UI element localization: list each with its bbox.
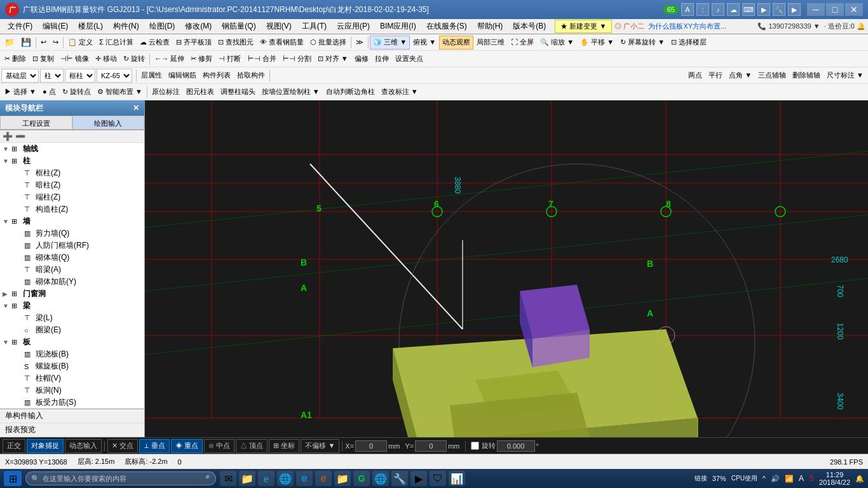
menu-edit[interactable]: 编辑(E) (37, 20, 73, 33)
tree-item-7[interactable]: ▥剪力墙(Q) (0, 227, 144, 240)
rotate-screen-button[interactable]: ↻ 屏幕旋转 ▼ (617, 36, 668, 50)
snap-object-button[interactable]: 对象捕捉 (27, 439, 64, 453)
title-icon-mic[interactable]: ♪ (712, 3, 724, 16)
menu-online[interactable]: 在线服务(S) (421, 20, 472, 33)
title-icon-arrow[interactable]: ▶ (788, 3, 801, 16)
define-button[interactable]: 📋 定义 (65, 36, 96, 50)
app-g[interactable]: G (353, 471, 370, 486)
menu-file[interactable]: 文件(F) (3, 20, 37, 33)
ortho-button[interactable]: 正交 (3, 439, 25, 453)
tree-item-19[interactable]: ⊤柱帽(V) (0, 372, 144, 384)
element-table-button[interactable]: 图元柱表 (183, 85, 217, 99)
menu-help[interactable]: 帮助(H) (472, 20, 508, 33)
drawing-input-button[interactable]: 绘图输入 (72, 116, 145, 130)
rotate-button[interactable]: ↻ 旋转 (120, 52, 148, 66)
add-btn-icon[interactable]: ➕ (3, 132, 13, 141)
help-link[interactable]: 为什么筏板XY方向布置... (648, 22, 726, 31)
top-view-button[interactable]: 俯视 ▼ (410, 36, 439, 50)
minimize-button[interactable]: ─ (807, 3, 825, 16)
batch-select-button[interactable]: ⬡ 批量选择 (307, 36, 349, 50)
auto-corner-button[interactable]: 自动判断边角柱 (323, 85, 378, 99)
type-select[interactable]: 柱 (40, 69, 64, 83)
draw-by-wall-button[interactable]: 按墙位置绘制柱 ▼ (259, 85, 323, 99)
coordinate-button[interactable]: ⊞ 坐标 (269, 439, 299, 453)
redo-button[interactable]: ↪ (50, 36, 62, 50)
move-button[interactable]: ✛ 移动 (92, 52, 120, 66)
guangxiao-link[interactable]: ◎ 广小二 (614, 22, 644, 31)
dim-anno-button[interactable]: 尺寸标注 ▼ (824, 69, 867, 83)
intersection-button[interactable]: ✕ 交点 (107, 439, 138, 453)
tree-item-18[interactable]: S螺旋板(B) (0, 360, 144, 372)
undo-button[interactable]: ↩ (37, 36, 50, 50)
menu-bim[interactable]: BIM应用(I) (375, 20, 421, 33)
no-offset-button[interactable]: 不偏移 ▼ (301, 439, 339, 453)
expand-sys-icon[interactable]: ^ (763, 475, 766, 482)
menu-rebar[interactable]: 钢筋量(Q) (217, 20, 261, 33)
tree-item-20[interactable]: ⊤板洞(N) (0, 384, 144, 396)
menu-draw[interactable]: 绘图(D) (144, 20, 180, 33)
mirror-button[interactable]: ⊣⊢ 镜像 (57, 52, 92, 66)
tree-item-12[interactable]: ▶⊞门窗洞 (0, 288, 144, 300)
select-floor-button[interactable]: ⊡ 选择楼层 (668, 36, 710, 50)
local-3d-button[interactable]: 局部三维 (473, 36, 508, 50)
tree-item-4[interactable]: ⊤端柱(Z) (0, 191, 144, 203)
search-bar[interactable]: 🔍 在这里输入你要搜索的内容 🎤 (25, 471, 216, 485)
floor-select[interactable]: 基础层 (1, 69, 39, 83)
app-files[interactable]: 📁 (334, 471, 351, 486)
tree-item-8[interactable]: ▥人防门框墙(RF) (0, 240, 144, 252)
y-input[interactable] (415, 440, 447, 452)
dynamic-view-button[interactable]: 动态观察 (439, 36, 473, 50)
app-shield[interactable]: 🛡 (430, 471, 446, 486)
stretch-button[interactable]: 拉伸 (372, 52, 392, 66)
subtype-select[interactable]: 框柱 (65, 69, 95, 83)
title-icon-play[interactable]: ▶ (757, 3, 770, 16)
lang-icon-cn[interactable]: S (809, 474, 814, 483)
app-mail[interactable]: ✉ (220, 471, 236, 486)
tree-item-10[interactable]: ⊤暗梁(A) (0, 264, 144, 276)
point-angle-button[interactable]: 点角 ▼ (726, 69, 755, 83)
wifi-icon[interactable]: 📶 (785, 475, 794, 483)
close-button[interactable]: ✕ (845, 3, 863, 16)
start-button[interactable]: ⊞ (4, 471, 22, 486)
dynamic-input-button[interactable]: 动态输入 (65, 439, 102, 453)
app-ie3[interactable]: e (315, 471, 332, 486)
lang-icon-en[interactable]: A (799, 474, 804, 483)
tree-item-0[interactable]: ▼⊞轴线 (0, 143, 144, 155)
menu-modify[interactable]: 修改(M) (180, 20, 217, 33)
vertex-button[interactable]: △ 顶点 (236, 439, 268, 453)
app-browser[interactable]: 🌐 (372, 471, 389, 486)
adjust-column-button[interactable]: 调整柱端头 (217, 85, 259, 99)
more-button[interactable]: ≫ (353, 36, 367, 50)
select-button[interactable]: ▶ 选择 ▼ (1, 85, 39, 99)
title-icon-a[interactable]: A (681, 3, 694, 16)
pick-element-button[interactable]: 拾取构件 (234, 69, 268, 83)
center-button[interactable]: ⊙ 中点 (204, 439, 234, 453)
minus-btn-icon[interactable]: ➖ (15, 132, 25, 141)
tree-item-9[interactable]: ▥砌体墙(Q) (0, 252, 144, 264)
extend-button[interactable]: ←→ 延伸 (151, 52, 187, 66)
title-icon-tool[interactable]: 🔧 (773, 3, 785, 16)
tree-item-3[interactable]: ⊤暗柱(Z) (0, 179, 144, 191)
project-settings-button[interactable]: 工程设置 (0, 116, 72, 130)
menu-tools[interactable]: 工具(T) (297, 20, 332, 33)
cloud-check-button[interactable]: ☁ 云检查 (137, 36, 173, 50)
single-element-button[interactable]: 单构件输入 (0, 409, 144, 423)
app-edge[interactable]: e (258, 471, 275, 486)
app-folder[interactable]: 📁 (239, 471, 255, 486)
report-preview-button[interactable]: 报表预览 (0, 423, 144, 437)
open-button[interactable]: 📁 (1, 36, 18, 50)
element-select[interactable]: KZ-65 (97, 69, 132, 83)
pan-button[interactable]: ✋ 平移 ▼ (577, 36, 617, 50)
app-play[interactable]: ▶ (410, 471, 427, 486)
menu-version[interactable]: 版本号(B) (508, 20, 551, 33)
break-button[interactable]: ⊣ 打断 (215, 52, 244, 66)
tree-item-6[interactable]: ▼⊞墙 (0, 215, 144, 227)
title-icon-colon[interactable]: : (696, 3, 709, 16)
tree-item-2[interactable]: ⊤框柱(Z) (0, 167, 144, 179)
x-input[interactable] (355, 440, 387, 452)
tree-item-17[interactable]: ▥现浇板(B) (0, 348, 144, 360)
perpendicular-button[interactable]: ⊥ 垂点 (139, 439, 170, 453)
tree-item-1[interactable]: ▼⊞柱 (0, 155, 144, 167)
tree-item-21[interactable]: ▥板受力筋(S) (0, 396, 144, 409)
view-rebar-button[interactable]: 👁 查看钢筋量 (257, 36, 307, 50)
